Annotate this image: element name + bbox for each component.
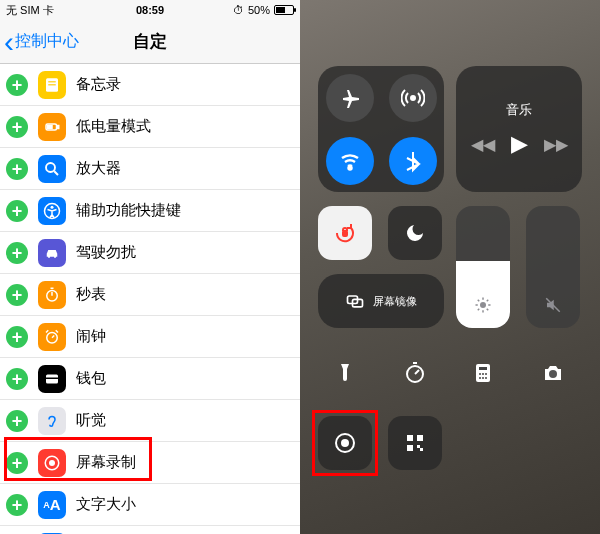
row-label: 钱包 xyxy=(76,369,106,388)
music-label: 音乐 xyxy=(506,101,532,119)
play-icon[interactable]: ▶ xyxy=(511,131,528,157)
add-icon[interactable]: + xyxy=(6,200,28,222)
notes-icon xyxy=(38,71,66,99)
back-button[interactable]: 控制中心 xyxy=(0,31,79,52)
svg-line-16 xyxy=(52,335,54,337)
svg-point-52 xyxy=(549,370,557,378)
svg-line-38 xyxy=(478,309,480,311)
svg-point-47 xyxy=(482,373,484,375)
next-track-icon[interactable]: ▶▶ xyxy=(544,135,568,154)
row-low-power[interactable]: + 低电量模式 xyxy=(0,106,300,148)
add-icon[interactable]: + xyxy=(6,494,28,516)
text-size-icon: AA xyxy=(38,491,66,519)
screen-mirror-button[interactable]: 屏幕镜像 xyxy=(318,274,444,328)
car-icon xyxy=(38,239,66,267)
svg-point-26 xyxy=(411,96,415,100)
brightness-icon xyxy=(474,296,492,318)
svg-rect-5 xyxy=(48,125,53,128)
row-guided-access[interactable]: + 引导式访问 xyxy=(0,526,300,534)
svg-point-51 xyxy=(485,377,487,379)
low-power-icon xyxy=(38,113,66,141)
camera-button[interactable] xyxy=(526,346,580,400)
row-label: 秒表 xyxy=(76,285,106,304)
row-stopwatch[interactable]: + 秒表 xyxy=(0,274,300,316)
row-alarm[interactable]: + 闹钟 xyxy=(0,316,300,358)
svg-rect-28 xyxy=(343,231,347,236)
svg-line-36 xyxy=(478,300,480,302)
airplane-toggle[interactable] xyxy=(326,74,374,122)
row-text-size[interactable]: + AA 文字大小 xyxy=(0,484,300,526)
add-icon[interactable]: + xyxy=(6,116,28,138)
row-label: 驾驶勿扰 xyxy=(76,243,136,262)
svg-point-46 xyxy=(479,373,481,375)
settings-screen: 无 SIM 卡 08:59 ⏱ 50% 控制中心 自定 + 备忘录 + 低电量模… xyxy=(0,0,300,534)
row-hearing[interactable]: + 听觉 xyxy=(0,400,300,442)
add-icon[interactable]: + xyxy=(6,284,28,306)
row-label: 放大器 xyxy=(76,159,121,178)
add-icon[interactable]: + xyxy=(6,158,28,180)
status-bar: 无 SIM 卡 08:59 ⏱ 50% xyxy=(0,0,300,20)
brightness-slider[interactable] xyxy=(456,206,510,328)
timer-button[interactable] xyxy=(388,346,442,400)
svg-line-18 xyxy=(56,330,58,332)
svg-line-37 xyxy=(487,309,489,311)
svg-line-39 xyxy=(487,300,489,302)
svg-rect-57 xyxy=(407,445,413,451)
dnd-button[interactable] xyxy=(388,206,442,260)
control-center: 音乐 ◀◀ ▶ ▶▶ 屏幕镜像 xyxy=(300,0,600,534)
svg-rect-4 xyxy=(57,125,59,128)
accessibility-icon xyxy=(38,197,66,225)
svg-point-31 xyxy=(480,302,486,308)
cellular-toggle[interactable] xyxy=(389,74,437,122)
row-label: 屏幕录制 xyxy=(76,453,136,472)
add-icon[interactable]: + xyxy=(6,452,28,474)
svg-line-7 xyxy=(54,171,58,175)
row-label: 文字大小 xyxy=(76,495,136,514)
svg-rect-20 xyxy=(46,377,58,379)
flashlight-button[interactable] xyxy=(318,346,372,400)
row-label: 闹钟 xyxy=(76,327,106,346)
connectivity-tile[interactable] xyxy=(318,66,444,192)
svg-rect-59 xyxy=(420,448,423,451)
calculator-button[interactable] xyxy=(456,346,510,400)
stopwatch-icon xyxy=(38,281,66,309)
svg-line-17 xyxy=(46,330,48,332)
wallet-icon xyxy=(38,365,66,393)
add-icon[interactable]: + xyxy=(6,74,28,96)
screen-record-button[interactable] xyxy=(318,416,372,470)
orientation-lock-button[interactable] xyxy=(318,206,372,260)
prev-track-icon[interactable]: ◀◀ xyxy=(471,135,495,154)
row-notes[interactable]: + 备忘录 xyxy=(0,64,300,106)
svg-point-50 xyxy=(482,377,484,379)
row-label: 备忘录 xyxy=(76,75,121,94)
add-icon[interactable]: + xyxy=(6,242,28,264)
svg-point-54 xyxy=(341,439,349,447)
row-accessibility[interactable]: + 辅助功能快捷键 xyxy=(0,190,300,232)
row-magnifier[interactable]: + 放大器 xyxy=(0,148,300,190)
add-icon[interactable]: + xyxy=(6,368,28,390)
row-wallet[interactable]: + 钱包 xyxy=(0,358,300,400)
wifi-toggle[interactable] xyxy=(326,137,374,185)
row-dnd-driving[interactable]: + 驾驶勿扰 xyxy=(0,232,300,274)
music-tile[interactable]: 音乐 ◀◀ ▶ ▶▶ xyxy=(456,66,582,192)
row-screen-record[interactable]: + 屏幕录制 xyxy=(0,442,300,484)
qr-scan-button[interactable] xyxy=(388,416,442,470)
svg-rect-58 xyxy=(417,445,420,448)
volume-mute-icon xyxy=(544,296,562,318)
svg-point-11 xyxy=(54,255,56,257)
mirror-label: 屏幕镜像 xyxy=(373,294,417,309)
bluetooth-toggle[interactable] xyxy=(389,137,437,185)
svg-line-42 xyxy=(415,370,419,374)
add-icon[interactable]: + xyxy=(6,410,28,432)
svg-rect-55 xyxy=(407,435,413,441)
volume-slider[interactable] xyxy=(526,206,580,328)
add-icon[interactable]: + xyxy=(6,326,28,348)
alarm-icon xyxy=(38,323,66,351)
svg-rect-56 xyxy=(417,435,423,441)
clock: 08:59 xyxy=(0,4,300,16)
nav-bar: 控制中心 自定 xyxy=(0,20,300,64)
ear-icon xyxy=(38,407,66,435)
svg-point-6 xyxy=(46,163,55,172)
customize-list: + 备忘录 + 低电量模式 + 放大器 + 辅助功能快捷键 + 驾驶勿扰 + 秒… xyxy=(0,64,300,534)
svg-rect-2 xyxy=(48,84,56,85)
